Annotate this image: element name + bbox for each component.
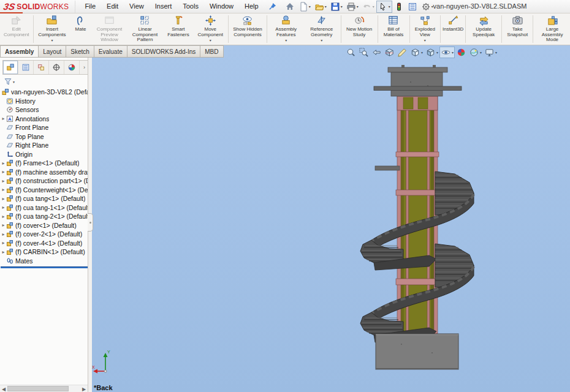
menu-view[interactable]: View [124,0,150,13]
menu-file[interactable]: File [79,0,101,13]
view-settings-button[interactable]: ▾ [483,47,498,58]
tab-mbd[interactable]: MBD [200,45,223,58]
save-dropdown-arrow[interactable]: ▾ [341,4,343,9]
menu-insert[interactable]: Insert [150,0,178,13]
tree-expand-arrow[interactable]: ▸ [1,178,6,184]
orientation-triad[interactable]: Y X [92,350,110,374]
base-block[interactable] [376,334,458,369]
take-snapshot-button[interactable]: Take Snapshot [503,13,531,45]
display-style-button[interactable]: ▾ [424,47,439,58]
tab-evaluate[interactable]: Evaluate [94,45,127,58]
smart-fasteners-button[interactable]: Smart Fasteners [163,13,194,45]
edit-appearance-button[interactable] [455,47,468,58]
tree-item-history[interactable]: History [1,97,88,106]
exploded-view-button[interactable]: Exploded View▾ [411,13,439,45]
print-dropdown-arrow[interactable]: ▾ [357,4,359,9]
reference-geometry-dropdown-arrow[interactable]: ▾ [321,38,322,42]
large-assembly-mode-button[interactable]: Large Assembly Mode [534,13,570,45]
mate-button[interactable]: Mate [70,13,92,45]
new-document-button[interactable]: ▾ [297,1,313,13]
open-button[interactable]: ▾ [313,1,329,13]
manager-tab-configurationmanager[interactable] [34,61,49,74]
tree-expand-arrow[interactable]: ▸ [1,249,6,255]
update-speedpak-button[interactable]: Update Speedpak [467,13,501,45]
show-hidden-components-button[interactable]: Show Hidden Components [230,13,265,45]
tree-item-f-cover-1-default[interactable]: ▸(f) cover<1> (Default) [1,221,88,230]
side-support-bar[interactable] [375,166,400,170]
menu-help[interactable]: Help [239,0,264,13]
tree-item-sensors[interactable]: Sensors [1,105,88,115]
menu-edit[interactable]: Edit [101,0,124,13]
exploded-view-dropdown-arrow[interactable]: ▾ [424,38,426,42]
scroll-left-arrow[interactable]: ◀ [0,385,7,392]
tree-item-f-machine-assembly-drawing-1[interactable]: ▸(f) machine assembly drawing<1> [1,168,88,177]
new-document-dropdown-arrow[interactable]: ▾ [309,4,311,9]
tree-item-f-counterweight-1-default[interactable]: ▸(f) Counterweight<1> (Default) [1,186,88,195]
tree-expand-arrow[interactable]: ▸ [1,196,6,202]
previous-view-button[interactable] [370,47,383,58]
tree-expand-arrow[interactable]: ▸ [1,169,6,175]
tree-item-f-cua-tang-1-default[interactable]: ▸(f) cua tang<1> (Default) [1,194,88,203]
undo-button[interactable]: ▾ [360,1,376,13]
reference-geometry-button[interactable]: Reference Geometry▾ [304,13,340,45]
assembly-features-dropdown-arrow[interactable]: ▾ [285,38,287,42]
hide-show-items-dropdown-arrow[interactable]: ▾ [452,50,454,55]
undo-dropdown-arrow[interactable]: ▾ [373,4,374,9]
tree-item-f-cover-2-1-default[interactable]: ▸(f) cover-2<1> (Default) [1,230,88,239]
rollback-bar[interactable] [1,266,88,268]
panel-horizontal-scrollbar[interactable]: ◀ ▶ [0,385,88,392]
hide-show-items-button[interactable]: ▾ [439,47,455,58]
tree-item-f-cua-tang-1-1-default[interactable]: ▸(f) cua tang-1<1> (Default) [1,203,88,213]
view-orientation-button[interactable]: ▾ [409,47,424,58]
section-view-button[interactable] [383,47,396,58]
tree-item-f-cover-4-1-default[interactable]: ▸(f) cover-4<1> (Default) [1,239,88,248]
dynamic-annotation-views-button[interactable] [396,47,409,58]
zoom-to-area-button[interactable] [357,47,370,58]
zoom-to-fit-button[interactable] [344,47,357,58]
rebuild-traffic-light-button[interactable] [392,1,406,13]
tree-item-right-plane[interactable]: Right Plane [1,141,88,150]
move-component-button[interactable]: Move Component▾ [194,13,227,45]
manager-tab-dimxpertmanager[interactable] [49,61,64,74]
tab-sketch[interactable]: Sketch [66,45,94,58]
tree-item-f-carbin-1-default[interactable]: ▸(f) CARBIN<1> (Default) [1,247,88,257]
tab-layout[interactable]: Layout [39,45,66,58]
panel-splitter-handle[interactable] [88,213,93,232]
menu-window[interactable]: Window [204,0,239,13]
tree-item-f-frame-1-default[interactable]: ▸(f) Frame<1> (Default) [1,159,88,168]
tree-item-f-cua-tang-2-1-default[interactable]: ▸(f) cua tang-2<1> (Default) [1,212,88,221]
tree-expand-arrow[interactable]: ▸ [1,187,6,192]
tree-expand-arrow[interactable]: ▸ [1,222,6,228]
spiral-staircase-model[interactable]: Y X [92,45,570,392]
tree-expand-arrow[interactable]: ▸ [1,116,6,121]
move-component-dropdown-arrow[interactable]: ▾ [210,38,211,42]
open-dropdown-arrow[interactable]: ▾ [325,4,327,9]
assembly-features-button[interactable]: Assembly Features▾ [268,13,304,45]
apply-scene-dropdown-arrow[interactable]: ▾ [480,50,482,55]
insert-components-button[interactable]: Insert Components▾ [34,13,69,45]
tree-item-mates[interactable]: Mates [1,257,88,266]
tree-expand-arrow[interactable]: ▸ [1,232,6,237]
scroll-right-arrow[interactable]: ▶ [80,385,88,392]
select-cursor-button[interactable]: ▾ [376,1,392,13]
tree-root-item[interactable]: van-nguyen-3D-V8L2 (Default<Displa [1,88,88,97]
linear-component-pattern-button[interactable]: Linear Component Pattern▾ [127,13,163,45]
tree-item-front-plane[interactable]: Front Plane [1,123,88,132]
save-button[interactable]: ▾ [329,1,344,13]
graphics-viewport[interactable]: Y X ▾▾▾▾▾ *Back [92,45,570,392]
file-properties-button[interactable] [406,1,419,13]
apply-scene-button[interactable]: ▾ [468,47,483,58]
instant3d-button[interactable]: Instant3D [442,13,464,45]
filter-dropdown-arrow[interactable]: ▾ [13,80,15,84]
bill-of-materials-button[interactable]: Bill of Materials [379,13,408,45]
home-button[interactable] [283,1,297,13]
manager-tab-displaymanager[interactable] [64,61,80,74]
tab-solidworks-add-ins[interactable]: SOLIDWORKS Add-Ins [127,45,200,58]
insert-components-dropdown-arrow[interactable]: ▾ [51,38,53,42]
scroll-thumb[interactable] [7,386,69,391]
tree-item-annotations[interactable]: ▸AAnnotations [1,115,88,124]
select-cursor-dropdown-arrow[interactable]: ▾ [389,4,390,9]
tree-expand-arrow[interactable]: ▸ [1,160,6,166]
pin-menubar-icon[interactable] [268,2,277,11]
tree-expand-arrow[interactable]: ▸ [1,205,6,210]
